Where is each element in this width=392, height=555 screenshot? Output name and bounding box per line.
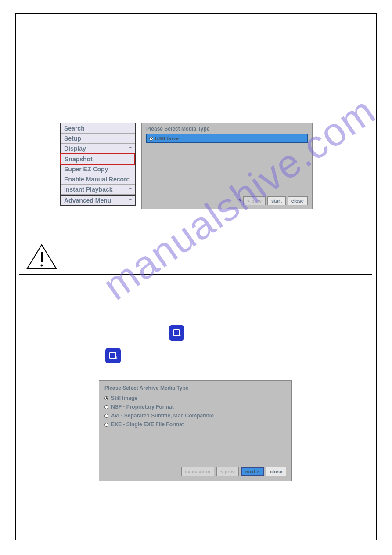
option-exe[interactable]: EXE - Single EXE File Format xyxy=(99,420,291,429)
svg-text:+: + xyxy=(179,333,181,337)
cursor-icon: ↖ xyxy=(238,198,242,203)
divider-line xyxy=(19,238,372,238)
option-label: AVI - Separated Subtitle, Mac Compatible xyxy=(111,413,214,419)
radio-icon xyxy=(104,396,108,400)
svg-text:+: + xyxy=(115,355,118,360)
option-label: EXE - Single EXE File Format xyxy=(111,421,184,428)
media-option-usb-drive[interactable]: USB Drive xyxy=(146,134,308,143)
radio-icon xyxy=(104,405,108,409)
submenu-arrow-icon xyxy=(129,188,132,189)
dialog-title: Please Select Media Type xyxy=(142,123,312,133)
dialog-button-row: calculation < prev next > close xyxy=(181,467,286,476)
divider-line xyxy=(19,274,372,275)
archive-media-dialog: Please Select Archive Media Type Still I… xyxy=(99,380,292,481)
submenu-arrow-icon xyxy=(129,199,132,200)
menu-label: Snapshot xyxy=(65,156,93,163)
dialog-title: Please Select Archive Media Type xyxy=(99,381,291,394)
menu-label: Instant Playback xyxy=(64,186,113,193)
start-button[interactable]: start xyxy=(267,196,286,205)
next-button[interactable]: next > xyxy=(241,467,264,476)
context-menu: Search Setup Display Snapshot Super EZ C… xyxy=(60,123,136,206)
dialog-button-row: < prev start close xyxy=(243,196,308,205)
option-nsf[interactable]: NSF - Proprietary Format xyxy=(99,403,291,411)
menu-item-search[interactable]: Search xyxy=(61,123,135,134)
media-type-dialog: Please Select Media Type USB Drive ↖ < p… xyxy=(141,123,313,209)
option-avi[interactable]: AVI - Separated Subtitle, Mac Compatible xyxy=(99,411,291,420)
menu-item-super-ez-copy[interactable]: Super EZ Copy xyxy=(61,164,135,174)
prev-button[interactable]: < prev xyxy=(243,196,266,205)
close-button[interactable]: close xyxy=(288,196,308,205)
warning-icon xyxy=(26,244,57,270)
radio-icon xyxy=(149,137,153,141)
menu-item-display[interactable]: Display xyxy=(61,144,135,154)
radio-icon xyxy=(104,423,108,427)
submenu-arrow-icon xyxy=(129,147,132,148)
super-ez-copy-icon: + xyxy=(105,348,121,363)
menu-label: Advanced Menu xyxy=(64,197,111,204)
menu-item-setup[interactable]: Setup xyxy=(61,134,135,144)
close-button[interactable]: close xyxy=(266,467,286,476)
option-label: NSF - Proprietary Format xyxy=(111,404,174,410)
svg-point-2 xyxy=(41,265,43,267)
option-still-image[interactable]: Still Image xyxy=(99,394,291,403)
super-ez-copy-icon: + xyxy=(169,325,184,341)
option-label: Still Image xyxy=(111,395,137,401)
menu-item-enable-manual-record[interactable]: Enable Manual Record xyxy=(61,174,135,185)
radio-icon xyxy=(104,414,108,418)
option-label: USB Drive xyxy=(155,136,179,141)
calculation-button[interactable]: calculation xyxy=(181,467,214,476)
prev-button[interactable]: < prev xyxy=(216,467,239,476)
menu-label: Display xyxy=(64,145,86,152)
menu-item-advanced-menu[interactable]: Advanced Menu xyxy=(61,195,135,205)
menu-item-instant-playback[interactable]: Instant Playback xyxy=(61,185,135,195)
menu-item-snapshot[interactable]: Snapshot xyxy=(60,153,135,165)
